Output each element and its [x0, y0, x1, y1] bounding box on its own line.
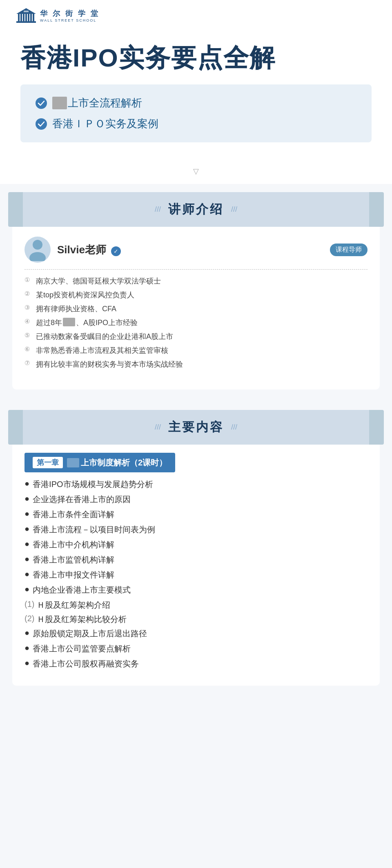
item-11-text: 香港上市公司股权再融资实务	[33, 658, 139, 669]
deco-left-instructor: ///	[155, 205, 161, 214]
credential-1: ① 南京大学、德国哥廷根大学双法学硕士	[24, 276, 368, 286]
credential-4-suffix: 、A股IPO上市经验	[76, 318, 138, 328]
instructor-name: Silvie老师	[57, 244, 106, 256]
features-box: 上市全流程解析 香港ＩＰＯ实务及案例	[20, 84, 372, 142]
svg-rect-0	[18, 14, 20, 21]
main-content-title: 主要内容	[168, 419, 224, 436]
bullet-3: ●	[24, 509, 29, 518]
instructor-header: Silvie老师 ✓ 课程导师	[24, 237, 368, 263]
main-content-ribbon: /// 主要内容 ///	[16, 410, 376, 445]
item-9: ● 原始股锁定期及上市后退出路径	[24, 628, 368, 639]
instructor-ribbon: /// 讲师介绍 ///	[16, 192, 376, 227]
credential-3: ③ 拥有律师执业资格、CFA	[24, 304, 368, 314]
chapter-1-blurred	[67, 458, 79, 467]
bullet-10: ●	[24, 643, 29, 653]
feature-item-2: 香港ＩＰＯ实务及案例	[35, 117, 357, 131]
sub-item-2-text: Ｈ股及红筹架构比较分析	[37, 614, 127, 625]
credential-6: ⑥ 非常熟悉香港上市流程及其相关监管审核	[24, 345, 368, 355]
credential-5: ⑤ 已推动数家备受瞩目的企业赴港和A股上市	[24, 332, 368, 341]
credential-4: ④ 超过8年 、A股IPO上市经验	[24, 318, 368, 328]
feature-1-text: 上市全流程解析	[68, 96, 142, 110]
instructor-name-wrap: Silvie老师 ✓	[57, 243, 121, 257]
feature-item-1: 上市全流程解析	[35, 96, 357, 110]
credential-2: ② 某top投资机构资深风控负责人	[24, 290, 368, 300]
check-icon-1	[35, 97, 47, 109]
svg-rect-9	[24, 11, 29, 12]
chapter-1-list: ● 香港IPO市场规模与发展趋势分析 ● 企业选择在香港上市的原因 ● 香港上市…	[12, 479, 380, 596]
credential-4-text: 超过8年	[36, 318, 62, 328]
header: 华 尔 街 学 堂 WALL STREET SCHOOL	[0, 0, 392, 31]
item-3: ● 香港上市条件全面详解	[24, 509, 368, 520]
svg-rect-5	[30, 14, 32, 21]
main-content-section: /// 主要内容 /// 第一章 上市制度解析（2课时） ● 香港IPO市场规模…	[12, 410, 380, 686]
instructor-section-title: 讲师介绍	[168, 201, 224, 218]
item-7: ● 香港上市申报文件详解	[24, 569, 368, 580]
svg-rect-2	[23, 14, 24, 21]
bullet-5: ●	[24, 539, 29, 549]
bullet-7: ●	[24, 569, 29, 579]
svg-rect-8	[16, 21, 36, 23]
credential-7-text: 拥有比较丰富的财税实务与资本市场实战经验	[36, 359, 183, 369]
svg-rect-6	[33, 14, 34, 21]
svg-rect-4	[28, 14, 29, 21]
credential-5-text: 已推动数家备受瞩目的企业赴港和A股上市	[36, 332, 173, 341]
item-6-text: 香港上市监管机构详解	[33, 554, 114, 565]
svg-rect-3	[25, 14, 27, 21]
item-3-text: 香港上市条件全面详解	[33, 509, 114, 520]
hero-section: 香港IPO实务要点全解 上市全流程解析 香港ＩＰＯ实务及案例	[0, 31, 392, 159]
sub-item-2: (2) Ｈ股及红筹架构比较分析	[12, 614, 380, 625]
svg-rect-1	[20, 14, 22, 21]
item-8-text: 内地企业香港上市主要模式	[33, 585, 131, 596]
svg-point-10	[36, 97, 47, 109]
instructor-divider	[24, 269, 368, 270]
chapter-1-list-continued: ● 原始股锁定期及上市后退出路径 ● 香港上市公司监管要点解析 ● 香港上市公司…	[12, 628, 380, 669]
deco-left-main: ///	[155, 423, 161, 432]
svg-point-13	[29, 252, 46, 261]
credential-2-text: 某top投资机构资深风控负责人	[36, 290, 134, 300]
item-5: ● 香港上市中介机构详解	[24, 539, 368, 550]
chapter-1-title: 上市制度解析（2课时）	[81, 457, 167, 468]
instructor-badge: 课程导师	[330, 244, 368, 256]
feature-1-blurred	[52, 97, 67, 109]
deco-right-main: ///	[231, 423, 237, 432]
bullet-4: ●	[24, 524, 29, 534]
check-icon-2	[35, 118, 47, 130]
item-6: ● 香港上市监管机构详解	[24, 554, 368, 565]
credential-6-text: 非常熟悉香港上市流程及其相关监管审核	[36, 345, 168, 355]
bullet-1: ●	[24, 479, 29, 488]
item-8: ● 内地企业香港上市主要模式	[24, 585, 368, 596]
credential-4-blurred	[63, 318, 75, 326]
avatar	[24, 237, 51, 263]
sub-item-1: (1) Ｈ股及红筹架构介绍	[12, 600, 380, 611]
credential-3-text: 拥有律师执业资格、CFA	[36, 304, 116, 314]
item-11: ● 香港上市公司股权再融资实务	[24, 658, 368, 669]
instructor-block: Silvie老师 ✓ 课程导师 ① 南京大学、德国哥廷根大学双法学硕士 ② 某t…	[12, 227, 380, 377]
logo-icon	[16, 7, 36, 24]
item-10-text: 香港上市公司监管要点解析	[33, 643, 131, 654]
instructor-credentials: ① 南京大学、德国哥廷根大学双法学硕士 ② 某top投资机构资深风控负责人 ③ …	[24, 276, 368, 369]
item-4: ● 香港上市流程－以项目时间表为例	[24, 524, 368, 535]
bullet-11: ●	[24, 658, 29, 668]
chapter-1-header: 第一章 上市制度解析（2课时）	[24, 453, 175, 472]
sub-item-1-text: Ｈ股及红筹架构介绍	[37, 600, 110, 611]
verify-icon: ✓	[111, 246, 121, 256]
svg-point-11	[36, 118, 47, 130]
instructor-section: /// 讲师介绍 /// Silvie老师 ✓ 课程导师 ① 南京大学、德国哥廷…	[12, 192, 380, 390]
chapter-1-label: 第一章	[33, 457, 63, 468]
feature-2-text: 香港ＩＰＯ实务及案例	[52, 117, 158, 131]
bullet-9: ●	[24, 628, 29, 638]
svg-point-12	[33, 240, 42, 250]
page-title: 香港IPO实务要点全解	[20, 43, 372, 72]
item-2-text: 企业选择在香港上市的原因	[33, 494, 131, 505]
credential-1-text: 南京大学、德国哥廷根大学双法学硕士	[36, 276, 161, 286]
arrow-down: ▽	[0, 159, 392, 184]
logo-cn: 华 尔 街 学 堂	[40, 9, 100, 18]
logo-text: 华 尔 街 学 堂 WALL STREET SCHOOL	[40, 9, 100, 22]
logo-en: WALL STREET SCHOOL	[40, 18, 100, 22]
item-4-text: 香港上市流程－以项目时间表为例	[33, 524, 155, 535]
item-2: ● 企业选择在香港上市的原因	[24, 494, 368, 505]
bullet-8: ●	[24, 585, 29, 594]
bullet-6: ●	[24, 554, 29, 564]
item-7-text: 香港上市申报文件详解	[33, 569, 114, 580]
deco-right-instructor: ///	[231, 205, 237, 214]
